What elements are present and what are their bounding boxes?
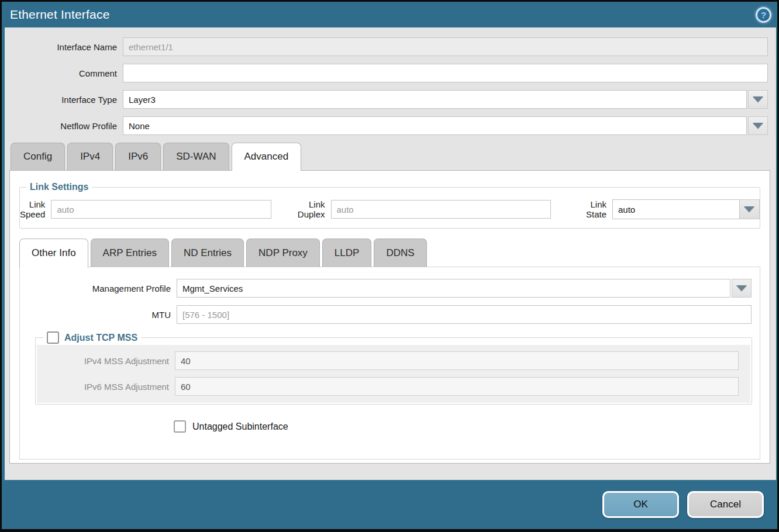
link-state-dropdown-button[interactable]: [740, 199, 760, 219]
adjust-tcp-mss-checkbox[interactable]: [47, 331, 59, 344]
comment-input[interactable]: [123, 64, 768, 82]
management-profile-dropdown-button[interactable]: [732, 279, 752, 298]
untagged-subinterface-checkbox[interactable]: [174, 420, 186, 433]
interface-type-input[interactable]: [123, 90, 747, 109]
ipv4-mss-input: [175, 351, 739, 370]
cancel-button[interactable]: Cancel: [687, 491, 764, 518]
netflow-profile-combobox: [123, 116, 768, 135]
dialog-body: Interface Name Comment Interface Type: [5, 27, 776, 480]
chevron-down-icon: [753, 96, 763, 102]
ethernet-interface-dialog: Ethernet Interface ? Interface Name Comm…: [0, 0, 779, 532]
ipv6-mss-input: [175, 377, 739, 396]
inner-tabs: Other Info ARP Entries ND Entries NDP Pr…: [19, 239, 770, 267]
link-state-combobox: [612, 199, 760, 219]
management-profile-combobox: [177, 279, 752, 298]
interface-type-combobox: [123, 90, 768, 109]
dialog-frame: Ethernet Interface ? Interface Name Comm…: [2, 2, 777, 529]
tab-ndp-proxy[interactable]: NDP Proxy: [246, 239, 320, 267]
tab-lldp[interactable]: LLDP: [322, 239, 372, 267]
link-settings-fieldset: Link Settings Link Speed Link Duplex Lin…: [19, 182, 760, 229]
ipv6-mss-row: IPv6 MSS Adjustment: [37, 377, 750, 396]
comment-label: Comment: [5, 68, 117, 78]
adjust-tcp-mss-legend-text: Adjust TCP MSS: [64, 333, 137, 343]
interface-type-dropdown-button[interactable]: [748, 90, 768, 109]
link-state-input[interactable]: [612, 199, 740, 219]
chevron-down-icon: [744, 206, 754, 212]
link-speed-label: Link Speed: [20, 199, 45, 219]
link-settings-row: Link Speed Link Duplex Link State: [20, 199, 760, 219]
tab-sdwan[interactable]: SD-WAN: [163, 143, 229, 170]
netflow-profile-input[interactable]: [123, 116, 747, 135]
mtu-row: MTU: [20, 305, 760, 324]
chevron-down-icon: [736, 285, 747, 291]
netflow-profile-label: Netflow Profile: [5, 121, 117, 131]
ipv4-mss-label: IPv4 MSS Adjustment: [37, 356, 169, 366]
interface-type-label: Interface Type: [5, 95, 117, 105]
management-profile-row: Management Profile: [20, 279, 760, 298]
link-settings-legend: Link Settings: [26, 182, 92, 192]
link-duplex-label: Link Duplex: [298, 199, 325, 219]
mtu-label: MTU: [20, 310, 171, 320]
link-speed-input[interactable]: [51, 200, 271, 219]
netflow-profile-dropdown-button[interactable]: [748, 116, 768, 135]
untagged-subinterface-label: Untagged Subinterface: [192, 422, 288, 432]
interface-name-label: Interface Name: [5, 42, 117, 52]
link-duplex-input[interactable]: [331, 200, 551, 219]
tab-config[interactable]: Config: [11, 143, 65, 170]
comment-row: Comment: [5, 64, 776, 82]
adjust-tcp-mss-fieldset: Adjust TCP MSS IPv4 MSS Adjustment IPv6 …: [35, 331, 752, 405]
advanced-tab-panel: Link Settings Link Speed Link Duplex Lin…: [9, 170, 770, 464]
ipv6-mss-label: IPv6 MSS Adjustment: [37, 382, 169, 392]
interface-name-input: [123, 37, 768, 56]
dialog-titlebar: Ethernet Interface ?: [2, 2, 777, 27]
chevron-down-icon: [753, 123, 763, 129]
ok-button[interactable]: OK: [602, 491, 679, 518]
dialog-title: Ethernet Interface: [10, 8, 110, 22]
adjust-tcp-mss-legend: Adjust TCP MSS: [43, 331, 141, 344]
other-info-panel: Management Profile MTU: [19, 267, 760, 460]
tab-ipv4[interactable]: IPv4: [67, 143, 113, 170]
interface-type-row: Interface Type: [5, 90, 776, 109]
management-profile-label: Management Profile: [20, 284, 171, 293]
management-profile-input[interactable]: [177, 279, 730, 298]
tab-other-info[interactable]: Other Info: [19, 239, 88, 268]
interface-name-row: Interface Name: [5, 37, 776, 56]
tab-nd-entries[interactable]: ND Entries: [171, 239, 244, 267]
tab-ipv6[interactable]: IPv6: [115, 143, 161, 170]
mtu-input[interactable]: [177, 305, 752, 324]
tab-ddns[interactable]: DDNS: [374, 239, 426, 267]
untagged-subinterface-row: Untagged Subinterface: [174, 420, 760, 433]
netflow-profile-row: Netflow Profile: [5, 116, 776, 135]
dialog-footer: OK Cancel: [2, 480, 777, 529]
main-tabs: Config IPv4 IPv6 SD-WAN Advanced: [11, 143, 776, 170]
tab-advanced[interactable]: Advanced: [232, 143, 302, 171]
ipv4-mss-row: IPv4 MSS Adjustment: [37, 351, 750, 370]
tab-arp-entries[interactable]: ARP Entries: [91, 239, 169, 267]
help-icon[interactable]: ?: [756, 7, 771, 23]
link-state-label: Link State: [586, 199, 606, 219]
mss-disabled-area: IPv4 MSS Adjustment IPv6 MSS Adjustment: [37, 345, 750, 403]
